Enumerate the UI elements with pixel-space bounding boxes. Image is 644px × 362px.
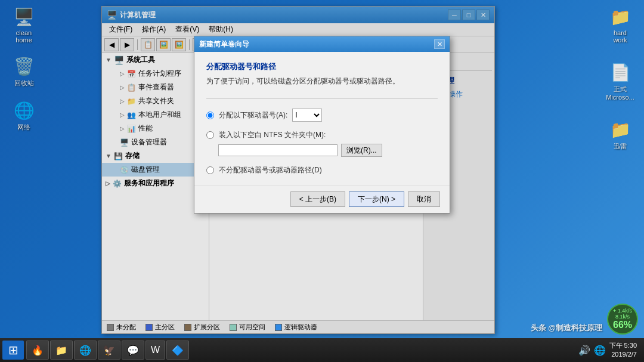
dialog-section-title: 分配驱动器号和路径 bbox=[206, 61, 438, 72]
dialog-titlebar: 新建简单卷向导 ✕ bbox=[194, 36, 450, 52]
desktop: 🖥️ cleanhome 🗑️ 回收站 🌐 网络 📁 hardwork 📄 正式… bbox=[0, 0, 644, 362]
radio-group: 分配以下驱动器号(A): I J K 装入以下空白 NTFS 文件 bbox=[206, 109, 438, 175]
cancel-button[interactable]: 取消 bbox=[408, 191, 440, 207]
radio-assign-letter[interactable] bbox=[206, 112, 214, 119]
taskbar-app-explorer[interactable]: 📁 bbox=[50, 341, 73, 360]
next-button[interactable]: 下一步(N) > bbox=[349, 191, 404, 207]
taskbar-apps: 🔥 📁 🌐 🦅 💬 W 🔷 bbox=[26, 341, 578, 360]
tray-icon-2[interactable]: 🌐 bbox=[594, 345, 606, 356]
system-clock: 下午 5:30 2019/2/7 bbox=[609, 341, 637, 360]
ntfs-folder-row: 浏览(R)... bbox=[218, 144, 438, 157]
radio-option-mount-folder: 装入以下空白 NTFS 文件夹中(M): 浏览(R)... bbox=[206, 130, 438, 157]
radio-assign-letter-label[interactable]: 分配以下驱动器号(A): bbox=[219, 110, 287, 120]
ntfs-path-input[interactable] bbox=[218, 144, 338, 156]
clock-time: 下午 5:30 bbox=[609, 341, 637, 350]
dialog-divider bbox=[206, 98, 438, 99]
dialog-description: 为了便于访问，可以给磁盘分区分配驱动器号或驱动器路径。 bbox=[206, 76, 438, 86]
taskbar-right: 🔊 🌐 下午 5:30 2019/2/7 bbox=[578, 341, 642, 360]
back-button[interactable]: < 上一步(B) bbox=[290, 191, 345, 207]
radio-mount-folder-label[interactable]: 装入以下空白 NTFS 文件夹中(M): bbox=[219, 130, 326, 140]
radio-option-no-assign: 不分配驱动器号或驱动器路径(D) bbox=[206, 165, 438, 175]
net-down-speed: 8.1k/s bbox=[615, 314, 630, 320]
taskbar-app-edge[interactable]: 🌐 bbox=[74, 341, 97, 360]
clock-date: 2019/2/7 bbox=[609, 350, 637, 359]
taskbar-app-eagle[interactable]: 🦅 bbox=[98, 341, 120, 360]
browse-button[interactable]: 浏览(R)... bbox=[341, 144, 382, 157]
wizard-dialog: 新建简单卷向导 ✕ 分配驱动器号和路径 为了便于访问，可以给磁盘分区分配驱动器号… bbox=[194, 36, 450, 214]
taskbar-app-wechat[interactable]: 💬 bbox=[122, 341, 144, 360]
net-up-speed: + 1.4k/s bbox=[613, 308, 632, 314]
start-button[interactable]: ⊞ bbox=[2, 341, 24, 360]
watermark: 头条 @制造科技原理 bbox=[531, 323, 602, 333]
radio-row-2: 装入以下空白 NTFS 文件夹中(M): bbox=[206, 130, 438, 140]
radio-no-assign-label[interactable]: 不分配驱动器号或驱动器路径(D) bbox=[219, 165, 322, 175]
radio-no-assign[interactable] bbox=[206, 166, 214, 174]
taskbar-app-firefox[interactable]: 🔥 bbox=[26, 341, 49, 360]
taskbar: ⊞ 🔥 📁 🌐 🦅 💬 W 🔷 🔊 🌐 下午 5:30 2019/2/7 bbox=[0, 338, 644, 362]
drive-letter-select[interactable]: I J K bbox=[292, 109, 322, 122]
net-percent: 66% bbox=[613, 320, 632, 330]
radio-mount-folder[interactable] bbox=[206, 131, 214, 139]
dialog-title: 新建简单卷向导 bbox=[199, 39, 434, 49]
dialog-overlay: 新建简单卷向导 ✕ 分配驱动器号和路径 为了便于访问，可以给磁盘分区分配驱动器号… bbox=[0, 0, 644, 362]
radio-option-assign-letter: 分配以下驱动器号(A): I J K bbox=[206, 109, 438, 122]
dialog-footer: < 上一步(B) 下一步(N) > 取消 bbox=[194, 185, 450, 213]
dialog-close-button[interactable]: ✕ bbox=[434, 39, 445, 49]
tray-icon-1[interactable]: 🔊 bbox=[578, 345, 590, 356]
dialog-body: 分配驱动器号和路径 为了便于访问，可以给磁盘分区分配驱动器号或驱动器路径。 分配… bbox=[194, 52, 450, 185]
taskbar-app-blue[interactable]: 🔷 bbox=[166, 341, 189, 360]
radio-row-1: 分配以下驱动器号(A): I J K bbox=[206, 109, 438, 122]
taskbar-app-word[interactable]: W bbox=[145, 341, 165, 360]
net-speed-widget: + 1.4k/s 8.1k/s 66% bbox=[607, 304, 638, 335]
